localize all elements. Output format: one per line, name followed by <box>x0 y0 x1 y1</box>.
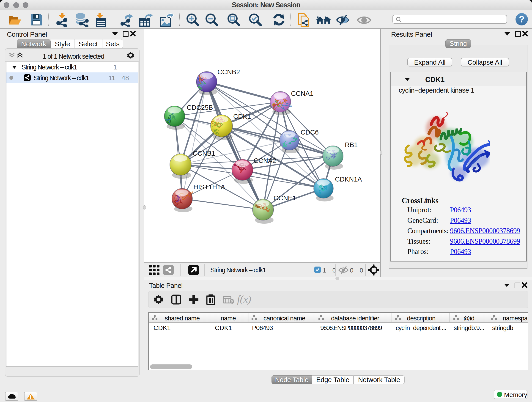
svg-text:CCNA1: CCNA1 <box>291 90 313 97</box>
svg-text:CDKN1A: CDKN1A <box>335 176 362 183</box>
svg-text:CCNB1: CCNB1 <box>193 150 215 157</box>
svg-text:CDK1: CDK1 <box>233 113 251 120</box>
svg-text:CCNE1: CCNE1 <box>273 194 296 202</box>
svg-text:CCNA2: CCNA2 <box>254 157 276 164</box>
svg-text:CDC25B: CDC25B <box>187 104 213 111</box>
svg-text:RB1: RB1 <box>345 141 358 148</box>
svg-text:HIST1H1A: HIST1H1A <box>193 183 225 191</box>
svg-text:CDC6: CDC6 <box>301 128 319 136</box>
svg-text:CCNB2: CCNB2 <box>217 68 240 76</box>
